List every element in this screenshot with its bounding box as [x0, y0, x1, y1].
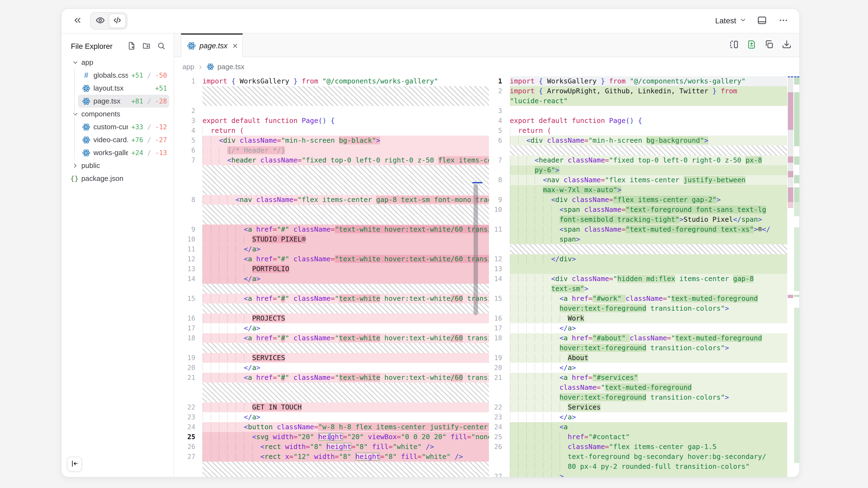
diff-row-modified-9[interactable]: py-6"> — [489, 165, 787, 175]
diff-row-modified-27[interactable]: hover:text-foreground transition-colors"… — [489, 343, 787, 353]
diff-row-original-33[interactable]: 22 GET IN TOUCH — [174, 402, 489, 412]
diff-row-modified-39[interactable]: 80 px-4 py-2 rounded-full transition-col… — [489, 462, 787, 471]
diff-editor[interactable]: 1import { WorksGallery } from "@/compone… — [174, 76, 799, 477]
diff-row-modified-38[interactable]: text-foreground bg-secondary hover:bg-se… — [489, 452, 787, 462]
vertical-scrollbar-thumb[interactable] — [473, 184, 478, 315]
diff-row-original-16[interactable]: 10 STUDIO PIXEL® — [174, 234, 489, 244]
diff-row-modified-40[interactable]: 27 > — [489, 471, 787, 477]
code-toggle-button[interactable] — [109, 14, 126, 28]
tree-item-page.tsx[interactable]: page.tsx+81 / -28 — [78, 95, 169, 107]
breadcrumb-folder[interactable]: app — [182, 63, 194, 71]
diff-pane-modified[interactable]: 1import { WorksGallery } from "@/compone… — [489, 76, 787, 477]
diff-overview-ruler[interactable] — [787, 76, 799, 477]
tree-item-public[interactable]: public — [66, 159, 169, 172]
close-tab-icon[interactable] — [232, 42, 239, 49]
diff-row-original-13[interactable] — [174, 205, 489, 215]
diff-row-original-7[interactable]: 6 {/* Header */} — [174, 145, 489, 155]
download-icon[interactable] — [782, 39, 792, 51]
layout-panel-button[interactable] — [756, 15, 768, 27]
diff-row-modified-2[interactable]: "lucide-react" — [489, 96, 787, 106]
diff-row-original-24[interactable]: 16 PROJECTS — [174, 314, 489, 323]
diff-row-modified-17[interactable] — [489, 244, 787, 254]
diff-row-modified-8[interactable]: 7 <header className="fixed top-0 left-0 … — [489, 155, 787, 165]
diff-row-modified-30[interactable]: 21 <a href="#services" — [489, 373, 787, 383]
diff-row-original-8[interactable]: 7 <header className="fixed top-0 left-0 … — [174, 155, 489, 165]
diff-row-original-32[interactable] — [174, 392, 489, 402]
diff-row-original-22[interactable]: 15 <a href="#" className="text-white hov… — [174, 294, 489, 303]
diff-row-original-6[interactable]: 5 <div className="min-h-screen bg-black"… — [174, 136, 489, 145]
diff-row-modified-23[interactable]: hover:text-foreground transition-colors"… — [489, 303, 787, 314]
split-diff-icon[interactable] — [729, 39, 739, 51]
diff-row-original-14[interactable] — [174, 215, 489, 225]
diff-row-original-2[interactable] — [174, 96, 489, 106]
search-icon[interactable] — [157, 42, 165, 51]
version-dropdown[interactable]: Latest — [715, 17, 747, 26]
tree-item-works-galler-[interactable]: works-galler…+24 / -13 — [78, 146, 169, 159]
diff-row-modified-4[interactable]: 4export default function Page() { — [489, 116, 787, 126]
diff-row-original-17[interactable]: 11 </a> — [174, 244, 489, 254]
diff-row-modified-10[interactable]: 8 <nav className="flex items-center just… — [489, 175, 787, 185]
diff-row-original-21[interactable] — [174, 284, 489, 294]
diff-row-modified-11[interactable]: max-w-7xl mx-auto"> — [489, 185, 787, 195]
new-folder-icon[interactable] — [142, 42, 151, 51]
diff-row-original-23[interactable] — [174, 303, 489, 314]
diff-row-modified-25[interactable]: 17 </a> — [489, 323, 787, 333]
diff-row-original-1[interactable] — [174, 86, 489, 96]
diff-row-modified-15[interactable]: 11 <span className="text-muted-foregroun… — [489, 225, 787, 234]
breadcrumb-file[interactable]: page.tsx — [217, 63, 244, 71]
diff-row-modified-28[interactable]: 19 About — [489, 353, 787, 363]
diff-row-original-11[interactable] — [174, 185, 489, 195]
diff-row-original-15[interactable]: 9 <a href="#" className="text-white hove… — [174, 225, 489, 234]
tab-page-tsx[interactable]: page.tsx — [181, 33, 243, 57]
diff-row-original-37[interactable]: 26 <rect width="8" height="8" fill="whit… — [174, 442, 489, 452]
tree-item-components[interactable]: components — [66, 107, 169, 121]
diff-row-modified-31[interactable]: className="text-muted-foreground — [489, 383, 787, 392]
diff-row-original-9[interactable] — [174, 165, 489, 175]
copy-icon[interactable] — [764, 39, 774, 51]
diff-row-modified-1[interactable]: 2import { ArrowUpRight, Github, Linkedin… — [489, 86, 787, 96]
diff-row-modified-13[interactable]: 10 <span className="text-foreground font… — [489, 205, 787, 215]
collapse-panel-button[interactable] — [71, 15, 84, 27]
diff-row-modified-33[interactable]: 22 Services — [489, 402, 787, 412]
tree-item-package.json[interactable]: {}package.json — [66, 172, 169, 185]
collapse-sidebar-button[interactable] — [67, 457, 82, 471]
diff-row-original-38[interactable]: 27 <rect x="12" width="8" height="8" fil… — [174, 452, 489, 462]
diff-row-modified-6[interactable]: 6 <div className="min-h-screen bg-backgr… — [489, 136, 787, 145]
diff-row-original-5[interactable]: 4 return ( — [174, 126, 489, 136]
tree-item-video-card.tsx[interactable]: video-card.tsx+76 / -27 — [78, 133, 169, 146]
diff-row-original-0[interactable]: 1import { WorksGallery } from "@/compone… — [174, 76, 489, 86]
diff-row-modified-22[interactable]: 15 <a href="#work" className="text-muted… — [489, 294, 787, 303]
diff-row-modified-0[interactable]: 1import { WorksGallery } from "@/compone… — [489, 76, 787, 86]
diff-row-original-10[interactable] — [174, 175, 489, 185]
preview-toggle-button[interactable] — [92, 14, 109, 28]
diff-row-original-40[interactable] — [174, 471, 489, 477]
diff-row-original-39[interactable] — [174, 462, 489, 471]
diff-row-modified-14[interactable]: font-semibold tracking-tight">Studio Pix… — [489, 215, 787, 225]
diff-row-original-27[interactable] — [174, 343, 489, 353]
diff-row-original-20[interactable]: 14 </a> — [174, 274, 489, 284]
diff-row-modified-36[interactable]: 25 href="#contact" — [489, 432, 787, 442]
diff-row-original-25[interactable]: 17 </a> — [174, 323, 489, 333]
diff-row-modified-29[interactable]: 20 </a> — [489, 363, 787, 373]
tree-item-layout.tsx[interactable]: layout.tsx+51 — [78, 82, 169, 95]
diff-row-modified-37[interactable]: 26 className="flex items-center gap-1.5 — [489, 442, 787, 452]
diff-row-modified-18[interactable]: 12 </div> — [489, 254, 787, 264]
diff-row-modified-7[interactable] — [489, 145, 787, 155]
diff-row-modified-35[interactable]: 24 <a — [489, 422, 787, 432]
diff-row-modified-19[interactable]: 13 — [489, 264, 787, 274]
diff-row-original-36[interactable]: 25 <svg width="20" height="20" viewBox="… — [174, 432, 489, 442]
diff-row-original-35[interactable]: 24 <button className="w-8 h-8 flex items… — [174, 422, 489, 432]
diff-row-modified-5[interactable]: 5 return ( — [489, 126, 787, 136]
diff-row-modified-24[interactable]: 16 Work — [489, 314, 787, 323]
diff-row-original-28[interactable]: 19 SERVICES — [174, 353, 489, 363]
diff-row-original-19[interactable]: 13 PORTFOLIO — [174, 264, 489, 274]
more-menu-button[interactable] — [777, 15, 789, 27]
diff-row-modified-32[interactable]: hover:text-foreground transition-colors"… — [489, 392, 787, 402]
diff-pane-original[interactable]: 1import { WorksGallery } from "@/compone… — [174, 76, 489, 477]
tree-item-globals.css[interactable]: #globals.css+51 / -50 — [78, 69, 169, 82]
diff-row-original-4[interactable]: 3export default function Page() { — [174, 116, 489, 126]
diff-row-original-31[interactable] — [174, 383, 489, 392]
diff-row-original-26[interactable]: 18 <a href="#" className="text-white hov… — [174, 333, 489, 343]
new-file-icon[interactable] — [127, 42, 136, 51]
tree-item-app[interactable]: app — [66, 56, 169, 69]
